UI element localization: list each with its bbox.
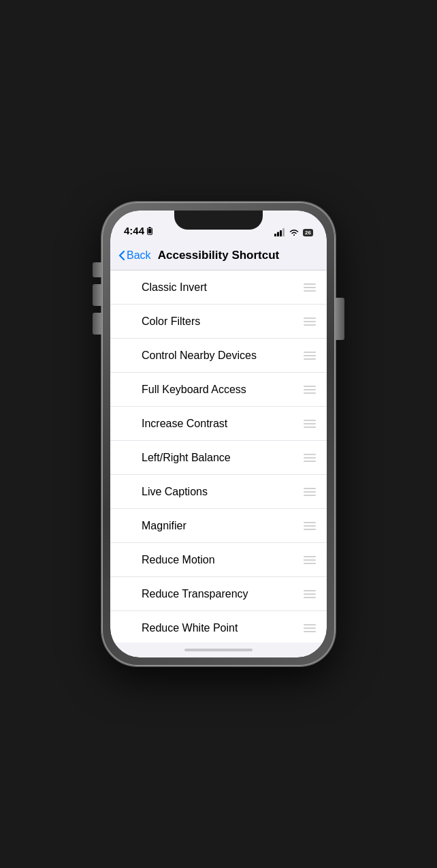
list-item-left-right-balance[interactable]: ✓Left/Right Balance [110,441,327,475]
list-item-left-classic-invert: ✓Classic Invert [121,280,298,295]
drag-handle-increase-contrast[interactable] [304,420,316,428]
list-item-reduce-white-point[interactable]: ✓Reduce White Point [110,611,327,642]
svg-rect-5 [280,230,282,236]
power-button [335,298,344,340]
item-label-reduce-white-point: Reduce White Point [142,622,238,634]
list-item-live-captions[interactable]: ✓Live Captions [110,475,327,509]
drag-handle-full-keyboard-access[interactable] [304,386,316,394]
settings-list[interactable]: ✓Classic Invert✓Color Filters✓Control Ne… [110,270,327,642]
item-label-live-captions: Live Captions [142,486,208,498]
list-item-left-live-captions: ✓Live Captions [121,484,298,499]
drag-handle-magnifier[interactable] [304,522,316,530]
drag-handle-live-captions[interactable] [304,488,316,496]
list-item-increase-contrast[interactable]: ✓Increase Contrast [110,407,327,441]
accessibility-shortcuts-section: ✓Classic Invert✓Color Filters✓Control Ne… [110,270,327,642]
list-item-control-nearby-devices[interactable]: ✓Control Nearby Devices [110,339,327,373]
drag-handle-classic-invert[interactable] [304,283,316,292]
phone-screen: 4:44 [110,211,327,657]
volume-down-button [93,313,102,335]
signal-icon [274,228,285,236]
item-label-control-nearby-devices: Control Nearby Devices [142,350,257,362]
volume-up-button [93,284,102,306]
svg-rect-4 [277,232,279,237]
list-item-left-control-nearby-devices: ✓Control Nearby Devices [121,348,298,363]
list-item-left-reduce-white-point: ✓Reduce White Point [121,621,298,636]
list-item-full-keyboard-access[interactable]: ✓Full Keyboard Access [110,373,327,407]
list-item-left-increase-contrast: ✓Increase Contrast [121,416,298,431]
back-chevron-icon [118,250,125,261]
item-label-full-keyboard-access: Full Keyboard Access [142,384,246,396]
status-icons: 26 [274,228,313,236]
silent-button [93,262,102,277]
battery-status-icon [146,227,153,235]
list-item-left-magnifier: ✓Magnifier [121,518,298,533]
list-item-left-reduce-transparency: ✓Reduce Transparency [121,587,298,602]
list-item-left-full-keyboard-access: ✓Full Keyboard Access [121,382,298,397]
nav-bar: Back Accessibility Shortcut [110,241,327,270]
list-item-left-color-filters: ✓Color Filters [121,314,298,329]
home-indicator [110,642,327,657]
svg-rect-6 [282,228,285,236]
item-label-classic-invert: Classic Invert [142,281,207,294]
phone-inner: 4:44 [110,211,327,657]
home-bar [184,649,253,651]
list-item-color-filters[interactable]: ✓Color Filters [110,305,327,339]
item-label-reduce-transparency: Reduce Transparency [142,588,248,600]
list-item-reduce-motion[interactable]: ✓Reduce Motion [110,543,327,577]
drag-handle-control-nearby-devices[interactable] [304,352,316,360]
drag-handle-reduce-white-point[interactable] [304,624,316,632]
drag-handle-reduce-transparency[interactable] [304,590,316,598]
item-label-increase-contrast: Increase Contrast [142,418,227,430]
item-label-color-filters: Color Filters [142,315,200,328]
status-time: 4:44 [124,225,153,236]
page-title: Accessibility Shortcut [158,249,280,262]
svg-rect-1 [149,227,151,228]
wifi-icon [289,228,300,236]
list-item-left-reduce-motion: ✓Reduce Motion [121,553,298,568]
drag-handle-left-right-balance[interactable] [304,454,316,462]
phone-frame: 4:44 [102,202,335,666]
drag-handle-color-filters[interactable] [304,317,316,326]
back-button[interactable]: Back [118,249,151,262]
item-label-left-right-balance: Left/Right Balance [142,452,231,464]
item-label-reduce-motion: Reduce Motion [142,554,215,566]
item-label-magnifier: Magnifier [142,520,187,532]
list-item-magnifier[interactable]: ✓Magnifier [110,509,327,543]
list-item-classic-invert[interactable]: ✓Classic Invert [110,270,327,305]
battery-percent: 26 [303,229,313,236]
back-label: Back [127,249,151,262]
list-item-left-left-right-balance: ✓Left/Right Balance [121,450,298,465]
list-item-reduce-transparency[interactable]: ✓Reduce Transparency [110,577,327,611]
svg-rect-2 [148,229,152,233]
svg-rect-3 [274,234,276,236]
time-display: 4:44 [124,225,144,236]
notch [174,211,263,230]
drag-handle-reduce-motion[interactable] [304,556,316,564]
